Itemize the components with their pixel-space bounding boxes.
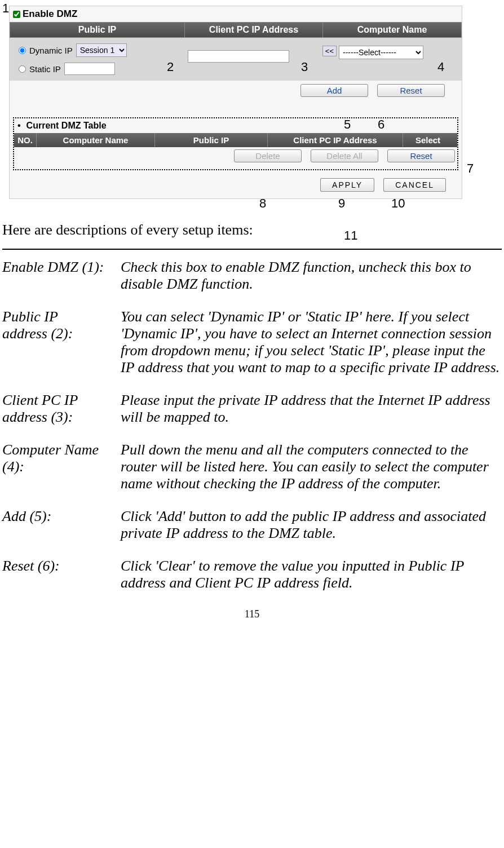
current-dmz-box: • Current DMZ Table NO. Computer Name Pu…: [13, 117, 458, 170]
static-ip-radio[interactable]: [19, 65, 26, 73]
delete-button[interactable]: Delete: [234, 149, 302, 162]
divider: [2, 249, 502, 250]
annotation-4: 4: [437, 60, 444, 74]
static-ip-label: Static IP: [29, 64, 61, 74]
header-no: NO.: [14, 133, 37, 147]
annotation-8: 8: [259, 196, 266, 211]
header-computer-name-2: Computer Name: [37, 133, 155, 147]
enable-dmz-row: Enable DMZ: [10, 6, 462, 22]
annotation-11: 11: [344, 228, 357, 243]
annotation-5: 5: [344, 117, 351, 132]
apply-button[interactable]: APPLY: [320, 178, 374, 192]
annotation-1: 1: [2, 1, 9, 16]
def-enable-dmz: Check this box to enable DMZ function, u…: [121, 259, 502, 293]
def-computer-name: Pull down the menu and all the computers…: [121, 441, 502, 492]
term-computer-name: Computer Name (4):: [2, 441, 121, 492]
cancel-button[interactable]: CANCEL: [383, 178, 446, 192]
term-enable-dmz: Enable DMZ (1):: [2, 259, 121, 293]
apply-cancel-row: APPLY CANCEL: [10, 173, 462, 198]
header-client-pc-ip: Client PC IP Address: [185, 23, 323, 37]
annotation-6: 6: [378, 117, 384, 132]
page-number: 115: [0, 608, 504, 620]
top-table-header: Public IP Client PC IP Address Computer …: [10, 22, 462, 38]
term-public-ip: Public IP address (2):: [2, 308, 121, 376]
enable-dmz-label: Enable DMZ: [23, 8, 77, 20]
def-client-pc: Please input the private IP address that…: [121, 392, 502, 426]
annotation-2: 2: [167, 60, 174, 74]
inputs-row: Dynamic IP Session 1 Static IP: [10, 38, 462, 81]
dmz-config-panel: Enable DMZ Public IP Client PC IP Addres…: [9, 6, 462, 199]
reset-button[interactable]: Reset: [377, 84, 445, 97]
dmz-table-buttons: Delete Delete All Reset: [14, 147, 457, 165]
add-button[interactable]: Add: [300, 84, 368, 97]
header-public-ip: Public IP: [10, 23, 185, 37]
enable-dmz-checkbox[interactable]: [13, 11, 20, 18]
def-add: Click 'Add' button to add the public IP …: [121, 508, 502, 542]
annotation-7: 7: [467, 161, 474, 176]
annotation-10: 10: [391, 196, 405, 211]
current-dmz-title: Current DMZ Table: [26, 121, 107, 131]
add-reset-row: Add Reset: [10, 81, 462, 100]
annotation-3: 3: [301, 60, 308, 74]
term-reset: Reset (6):: [2, 558, 121, 591]
header-computer-name: Computer Name: [323, 23, 461, 37]
def-public-ip: You can select 'Dynamic IP' or 'Static I…: [121, 308, 502, 376]
header-public-ip-2: Public IP: [155, 133, 268, 147]
dynamic-ip-radio[interactable]: [19, 47, 26, 54]
term-add: Add (5):: [2, 508, 121, 542]
term-client-pc: Client PC IP address (3):: [2, 392, 121, 426]
dmz-table-header: NO. Computer Name Public IP Client PC IP…: [14, 133, 457, 147]
delete-all-button[interactable]: Delete All: [311, 149, 378, 162]
annotation-9: 9: [338, 196, 345, 211]
def-reset: Click 'Clear' to remove the value you in…: [121, 558, 502, 591]
bullet-icon: •: [17, 121, 21, 131]
reset-table-button[interactable]: Reset: [387, 149, 455, 162]
session-select[interactable]: Session 1: [76, 43, 127, 57]
client-pc-ip-input[interactable]: [188, 50, 289, 63]
header-select: Select: [403, 133, 453, 147]
header-client-pc-ip-2: Client PC IP Address: [268, 133, 403, 147]
move-left-button[interactable]: <<: [322, 46, 337, 56]
computer-name-select[interactable]: ------Select------: [339, 46, 423, 59]
description-table: Enable DMZ (1): Check this box to enable…: [2, 259, 502, 591]
static-ip-input[interactable]: [64, 63, 115, 75]
dynamic-ip-label: Dynamic IP: [29, 46, 73, 55]
intro-text: Here are descriptions of every setup ite…: [2, 222, 504, 238]
